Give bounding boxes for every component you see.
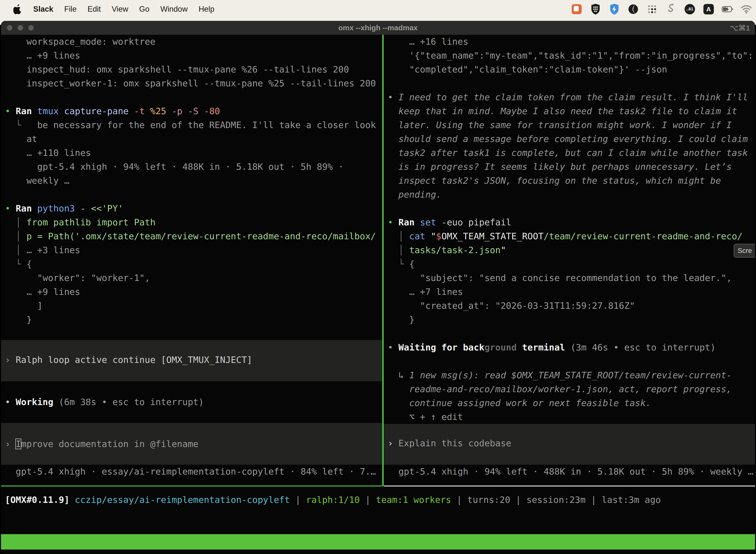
text-segment: "subject": "send a concise recommendatio… xyxy=(388,273,732,283)
battery-icon[interactable] xyxy=(722,3,733,15)
edit-hint-line: ⌥ + ↑ edit xyxy=(384,410,755,424)
text-segment: │ xyxy=(5,217,26,227)
window-title-bar[interactable]: omx --xhigh --madmax ⌥⌘1 xyxy=(1,21,755,35)
reasoning-line: pending. xyxy=(384,188,755,202)
terminal-line: … +7 lines xyxy=(384,285,755,299)
text-segment: -euo pipefail xyxy=(441,217,511,227)
text-segment: gpt-5.4 xhigh · 94% left · 488K in · 5.1… xyxy=(5,162,343,172)
text-segment: set xyxy=(420,217,441,227)
text-segment: (3m 46s • esc to interrupt) xyxy=(570,342,715,352)
text-segment: pending. xyxy=(388,189,441,200)
reasoning-line: • I need to get the claim token from the… xyxy=(384,90,755,104)
waiting-status-line: • Waiting for background terminal (3m 46… xyxy=(384,340,755,354)
text-segment: … +110 lines xyxy=(5,148,91,158)
ran-tmux-command-line: • Ran tmux capture-pane -t %25 -p -S -80 xyxy=(1,104,382,118)
text-segment: -t xyxy=(134,106,150,116)
left-pane-bottom-border xyxy=(1,486,382,487)
reasoning-line: keep that in mind. Maybe I also need the… xyxy=(384,104,755,118)
terminal-content: workspace_mode: worktree … +9 lines insp… xyxy=(1,35,755,554)
window-shortcut-badge: ⌥⌘1 xyxy=(730,23,750,32)
squiggle-icon[interactable] xyxy=(665,3,677,15)
terminal-line: │ p = Path('.omx/state/team/review-curre… xyxy=(1,229,382,243)
text-segment: { xyxy=(409,259,415,269)
notification-icon[interactable] xyxy=(571,3,582,15)
text-segment: cczip/essay/ai-reimplementation-copyleft xyxy=(75,495,290,505)
text-segment: weekly … xyxy=(5,175,69,186)
text-segment: • xyxy=(5,203,16,214)
text-segment: task2 after task1 is complete, but can I… xyxy=(388,148,748,158)
text-segment: gpt-5.4 xhigh · essay/ai-reimplementatio… xyxy=(5,466,376,477)
menu-item-help[interactable]: Help xyxy=(199,5,214,14)
text-segment: Explain this codebase xyxy=(398,438,511,448)
contrast-circle-icon[interactable] xyxy=(628,3,639,15)
terminal-line: │ cat "$OMX_TEAM_STATE_ROOT/team/review-… xyxy=(384,229,755,243)
blank-line xyxy=(384,76,755,90)
input-source-icon[interactable]: A xyxy=(703,3,714,15)
text-segment: tasks/task-2.json xyxy=(409,245,501,255)
text-segment: /team/review-current-readme-and-reco/ xyxy=(544,231,743,241)
menu-item-go[interactable]: Go xyxy=(139,5,149,14)
text-segment: from pathlib import Path xyxy=(26,217,155,227)
macos-menu-bar: Slack File Edit View Go Window Help ..61 xyxy=(0,0,756,18)
text-segment: Ran xyxy=(16,106,37,116)
explain-input-band[interactable]: › Explain this codebase xyxy=(384,424,755,465)
menu-item-window[interactable]: Window xyxy=(160,5,188,14)
reasoning-line: task2 after task1 is complete, but can I… xyxy=(384,146,755,160)
terminal-line: "created_at": "2026-03-31T11:59:27.816Z" xyxy=(384,299,755,313)
text-segment: << xyxy=(91,203,102,214)
terminal-line: "subject": "send a concise recommendatio… xyxy=(384,271,755,285)
terminal-line: weekly … xyxy=(1,174,382,188)
left-terminal-pane[interactable]: workspace_mode: worktree … +9 lines insp… xyxy=(1,35,382,486)
ralph-input-band[interactable]: › Ralph loop active continue [OMX_TMUX_I… xyxy=(1,340,382,381)
working-status-line: • Working (6m 38s • esc to interrupt) xyxy=(1,395,382,409)
terminal-line: └ { xyxy=(384,257,755,271)
text-segment: -80 xyxy=(204,106,220,116)
text-segment: Waiting for back xyxy=(398,342,485,352)
text-segment: ⌥ + ↑ edit xyxy=(388,412,463,422)
terminal-window: omx --xhigh --madmax ⌥⌘1 workspace_mode:… xyxy=(1,21,755,554)
menu-item-file[interactable]: File xyxy=(64,5,77,14)
text-segment: ralph:1/10 xyxy=(306,495,360,505)
right-terminal-pane[interactable]: … +16 lines '{"team_name":"my-team","tas… xyxy=(384,35,755,486)
menu-item-view[interactable]: View xyxy=(112,5,128,14)
battery-percent-icon[interactable]: ..61 xyxy=(684,3,695,15)
dots-grid-icon[interactable] xyxy=(646,3,658,15)
screen-tooltip: Scre xyxy=(734,244,755,258)
text-segment: • xyxy=(5,106,16,116)
text-segment: 'PY' xyxy=(102,203,123,214)
text-segment: " xyxy=(501,245,506,255)
menu-item-slack[interactable]: Slack xyxy=(33,5,53,14)
omx-session-status-line: [OMX#0.11.9] cczip/essay/ai-reimplementa… xyxy=(1,493,755,507)
mailbox-message-line: readme-and-reco/mailbox/worker-1.json, a… xyxy=(384,382,755,396)
terminal-line: │ tasks/task-2.json" xyxy=(384,243,755,257)
text-segment: '{"team_name":"my-team","task_id":"1","f… xyxy=(388,50,753,61)
password-grid-icon[interactable] xyxy=(590,3,601,15)
text-segment: • xyxy=(5,397,16,407)
text-segment: mprove documentation in @filename xyxy=(21,439,198,449)
improve-input-band[interactable]: › Improve documentation in @filename xyxy=(1,423,382,465)
text-segment: └ xyxy=(388,259,409,269)
apple-menu-icon[interactable] xyxy=(13,3,23,15)
menu-item-edit[interactable]: Edit xyxy=(87,5,101,14)
terminal-line: "worker": "worker-1", xyxy=(1,271,382,285)
tmux-session-name[interactable]: [omx-cczip0:bash* xyxy=(4,550,95,554)
terminal-line: '{"team_name":"my-team","task_id":"1","f… xyxy=(384,49,755,63)
terminal-line: "completed","claim_token":"claim-token"}… xyxy=(384,63,755,76)
terminal-line: } xyxy=(384,313,755,327)
text-segment: • xyxy=(388,217,398,227)
text-segment: "completed","claim_token":"claim-token"}… xyxy=(388,64,667,74)
text-segment: at xyxy=(5,134,37,144)
prompt-input-line: › Explain this codebase xyxy=(384,436,755,450)
text-segment: OMX_TEAM_STATE_ROOT xyxy=(441,231,544,241)
text-segment: Working xyxy=(16,397,59,407)
reasoning-line: should send a message before completing … xyxy=(384,132,755,146)
text-segment: │ xyxy=(388,245,409,255)
wifi-icon[interactable] xyxy=(741,3,752,15)
prompt-input-line: › Improve documentation in @filename xyxy=(1,437,382,451)
text-segment: inspect task2's JSON, focusing on the st… xyxy=(388,175,721,186)
text-segment: gpt-5.4 xhigh · 94% left · 488K in · 5.1… xyxy=(388,466,753,477)
text-segment: cat xyxy=(409,231,431,241)
shield-bolt-icon[interactable] xyxy=(609,3,620,15)
text-segment: Ralph loop active continue [OMX_TMUX_INJ… xyxy=(16,355,252,365)
terminal-line: inspect_hud: omx sparkshell --tmux-pane … xyxy=(1,63,382,76)
